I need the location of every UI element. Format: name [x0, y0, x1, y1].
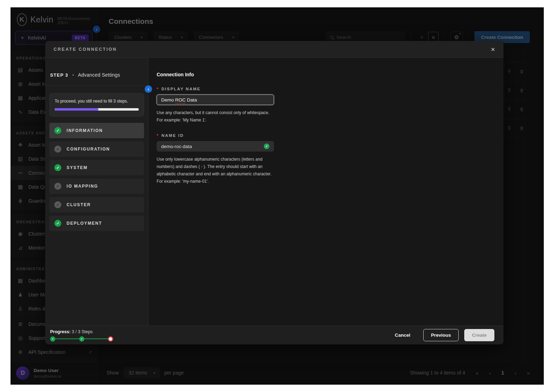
help-line: numbers) and dashes ( - ). The entry sho… — [157, 163, 276, 170]
wizard-step-configuration[interactable]: ✓CONFIGURATION — [49, 141, 144, 157]
notice-progress-track — [55, 108, 139, 111]
check-muted-icon: ✓ — [54, 146, 61, 153]
display-name-label: *DISPLAY NAME — [157, 87, 503, 91]
bullet-icon: • — [72, 72, 74, 78]
connection-info-panel: Connection Info *DISPLAY NAME Demo ROC D… — [149, 58, 503, 326]
valid-check-icon: ✓ — [264, 144, 269, 149]
display-name-help: Use any characters, but it cannot consis… — [157, 109, 276, 124]
wizard-step-label: CONFIGURATION — [67, 147, 110, 152]
stepper-node-complete: ✓ — [79, 336, 84, 342]
wizard-step-deployment[interactable]: ✓DEPLOYMENT — [49, 216, 144, 231]
footer-progress-text: Progress: 3 / 3 Steps — [50, 329, 113, 334]
name-id-label: *NAME ID — [157, 133, 503, 138]
steps-remaining-notice: To proceed, you still need to fill 3 ste… — [49, 93, 144, 117]
footer-stepper: ✓✓ — [50, 336, 113, 342]
display-name-label-text: DISPLAY NAME — [162, 87, 201, 91]
help-line: For example: 'my-name-01'. — [157, 178, 276, 185]
progress-label: Progress: — [50, 329, 70, 334]
help-line: alphabetic character and end with an alp… — [157, 170, 276, 178]
modal-title: CREATE CONNECTION — [54, 47, 117, 52]
step-number: STEP 3 — [50, 72, 68, 78]
stepper-line — [84, 338, 108, 340]
wizard-step-label: DEPLOYMENT — [67, 221, 102, 226]
modal-header: CREATE CONNECTION × — [45, 41, 503, 58]
wizard-step-label: SYSTEM — [67, 165, 88, 170]
display-name-input[interactable]: Demo ROC Data — [157, 94, 274, 105]
display-name-value: Demo ROC Data — [161, 97, 197, 103]
wizard-step-label: CLUSTER — [67, 202, 91, 207]
check-muted-icon: ✓ — [54, 183, 61, 190]
misspelled-word: ROC — [175, 97, 186, 103]
create-connection-modal: CREATE CONNECTION × STEP 3 • Advanced Se… — [45, 41, 503, 344]
check-icon: ✓ — [54, 220, 61, 227]
check-icon: ✓ — [54, 127, 61, 134]
divider — [45, 85, 148, 85]
help-line: Use only lowercase alphanumeric characte… — [157, 156, 276, 163]
modal-footer: Progress: 3 / 3 Steps ✓✓ Cancel Previous… — [45, 326, 503, 344]
progress-value: 3 / 3 Steps — [72, 329, 93, 334]
notice-progress-fill — [55, 108, 98, 111]
help-line: Use any characters, but it cannot consis… — [157, 109, 276, 117]
cancel-button[interactable]: Cancel — [395, 332, 410, 338]
required-marker: * — [157, 133, 159, 138]
close-icon[interactable]: × — [491, 46, 495, 53]
stepper-node-current — [108, 336, 113, 342]
wizard-step-io-mapping[interactable]: ✓IO MAPPING — [49, 178, 144, 194]
check-muted-icon: ✓ — [54, 201, 61, 208]
stepper-line — [55, 338, 79, 340]
name-id-input[interactable]: demo-roc-data ✓ — [157, 141, 274, 152]
check-icon: ✓ — [54, 164, 61, 171]
wizard-step-label: INFORMATION — [67, 128, 103, 133]
step-header: STEP 3 • Advanced Settings — [45, 58, 148, 85]
form-section-title: Connection Info — [157, 72, 503, 77]
modal-body: STEP 3 • Advanced Settings To proceed, y… — [45, 58, 503, 326]
app-window: K Kelvin BETA Environment (DEV) ✦ Kelvin… — [11, 7, 544, 385]
name-id-help: Use only lowercase alphanumeric characte… — [157, 156, 276, 185]
help-line: For example: 'My Name 1'. — [157, 117, 276, 124]
wizard-step-system[interactable]: ✓SYSTEM — [49, 160, 144, 175]
wizard-steps-panel: STEP 3 • Advanced Settings To proceed, y… — [45, 58, 149, 326]
name-id-value: demo-roc-data — [161, 144, 192, 149]
wizard-step-cluster[interactable]: ✓CLUSTER — [49, 197, 144, 212]
wizard-step-label: IO MAPPING — [67, 184, 98, 189]
step-name: Advanced Settings — [78, 72, 120, 78]
chevron-left-icon: ‹ — [148, 86, 149, 92]
wizard-step-information[interactable]: ✓INFORMATION — [49, 123, 144, 138]
create-button[interactable]: Create — [464, 329, 494, 341]
wizard-steps-list: ✓INFORMATION✓CONFIGURATION✓SYSTEM✓IO MAP… — [49, 123, 144, 231]
required-marker: * — [157, 87, 159, 91]
notice-text: To proceed, you still need to fill 3 ste… — [55, 99, 139, 104]
stepper-node-complete: ✓ — [50, 336, 55, 342]
name-id-label-text: NAME ID — [162, 133, 184, 138]
previous-button[interactable]: Previous — [423, 329, 459, 341]
panel-collapse-button[interactable]: ‹ — [145, 85, 152, 93]
